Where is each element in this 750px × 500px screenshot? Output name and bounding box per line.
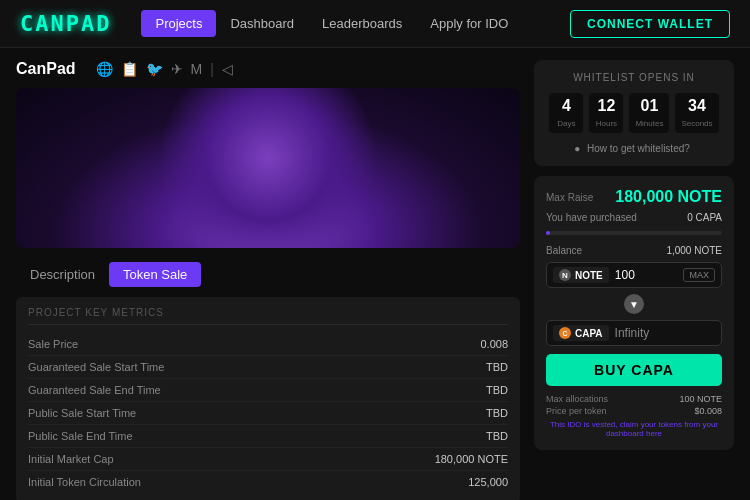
banner-glow [158, 88, 378, 248]
twitter-icon[interactable]: 🐦 [146, 61, 163, 77]
arrow-center: ▼ [546, 294, 722, 314]
arrow-down-icon: ▼ [624, 294, 644, 314]
metric-label: Initial Market Cap [28, 453, 114, 465]
tab-description[interactable]: Description [16, 262, 109, 287]
nav: Projects Dashboard Leaderboards Apply fo… [141, 10, 570, 37]
metric-value: TBD [486, 430, 508, 442]
table-row: Public Sale Start Time TBD [28, 402, 508, 425]
capa-token-badge: C CAPA [553, 325, 609, 341]
telegram-icon[interactable]: ✈ [171, 61, 183, 77]
max-button[interactable]: MAX [683, 268, 715, 282]
tab-token-sale[interactable]: Token Sale [109, 262, 201, 287]
medium-icon[interactable]: M [191, 61, 203, 77]
metric-label: Guaranteed Sale Start Time [28, 361, 164, 373]
social-icons: 🌐 📋 🐦 ✈ M | ◁ [96, 61, 233, 77]
countdown: 4 Days 12 Hours 01 Minutes 34 Seconds [546, 93, 722, 133]
progress-bar [546, 231, 722, 235]
max-allocations-label: Max allocations [546, 394, 608, 404]
metric-value: TBD [486, 407, 508, 419]
countdown-seconds: 34 Seconds [675, 93, 718, 133]
table-row: Sale Price 0.008 [28, 333, 508, 356]
claim-note: This IDO is vested, claim your tokens fr… [546, 420, 722, 438]
metric-label: Public Sale Start Time [28, 407, 136, 419]
capa-output-row: C CAPA Infinity [546, 320, 722, 346]
metric-label: Sale Price [28, 338, 78, 350]
capa-icon: C [559, 327, 571, 339]
note-icon: N [559, 269, 571, 281]
share-icon[interactable]: ◁ [222, 61, 233, 77]
right-panel: WHITELIST OPENS IN 4 Days 12 Hours 01 Mi… [534, 60, 734, 500]
left-panel: CanPad 🌐 📋 🐦 ✈ M | ◁ Description Token S… [16, 60, 520, 500]
balance-value: 1,000 NOTE [666, 245, 722, 256]
countdown-minutes: 01 Minutes [629, 93, 669, 133]
metric-value: 180,000 NOTE [435, 453, 508, 465]
max-raise-label: Max Raise [546, 192, 593, 203]
tabs: Description Token Sale [16, 262, 520, 287]
countdown-hours-num: 12 [595, 97, 617, 115]
whitelist-label: WHITELIST OPENS IN [546, 72, 722, 83]
table-row: Public Sale End Time TBD [28, 425, 508, 448]
capa-token-label: CAPA [575, 328, 603, 339]
price-per-token-value: $0.008 [694, 406, 722, 416]
table-row: Initial Market Cap 180,000 NOTE [28, 448, 508, 471]
metric-label: Initial Token Circulation [28, 476, 141, 488]
raise-box: Max Raise 180,000 NOTE You have purchase… [534, 176, 734, 450]
nav-leaderboards[interactable]: Leaderboards [308, 10, 416, 37]
purchased-label: You have purchased [546, 212, 637, 223]
price-per-token-label: Price per token [546, 406, 607, 416]
whitelist-how-to-link[interactable]: ● How to get whitelisted? [546, 143, 722, 154]
main-content: CanPad 🌐 📋 🐦 ✈ M | ◁ Description Token S… [0, 48, 750, 500]
project-title: CanPad [16, 60, 76, 78]
metric-value: 0.008 [480, 338, 508, 350]
question-icon: ● [574, 143, 580, 154]
metric-label: Public Sale End Time [28, 430, 133, 442]
project-title-row: CanPad 🌐 📋 🐦 ✈ M | ◁ [16, 60, 520, 78]
table-row: Guaranteed Sale End Time TBD [28, 379, 508, 402]
metrics-box: PROJECT KEY METRICS Sale Price 0.008 Gua… [16, 297, 520, 500]
countdown-days: 4 Days [549, 93, 583, 133]
purchased-value: 0 CAPA [687, 212, 722, 223]
metrics-header: PROJECT KEY METRICS [28, 307, 508, 325]
globe-icon[interactable]: 🌐 [96, 61, 113, 77]
buy-capa-button[interactable]: BUY CAPA [546, 354, 722, 386]
nav-apply-ido[interactable]: Apply for IDO [416, 10, 522, 37]
project-banner [16, 88, 520, 248]
balance-row: Balance 1,000 NOTE [546, 245, 722, 256]
note-token-label: NOTE [575, 270, 603, 281]
progress-fill [546, 231, 550, 235]
countdown-seconds-num: 34 [681, 97, 712, 115]
countdown-seconds-label: Seconds [681, 119, 712, 128]
price-per-token-row: Price per token $0.008 [546, 406, 722, 416]
max-allocations-value: 100 NOTE [679, 394, 722, 404]
note-token-badge: N NOTE [553, 267, 609, 283]
capa-amount-value: Infinity [615, 326, 650, 340]
countdown-minutes-num: 01 [635, 97, 663, 115]
metric-value: TBD [486, 361, 508, 373]
header: CANPAD Projects Dashboard Leaderboards A… [0, 0, 750, 48]
countdown-days-num: 4 [555, 97, 577, 115]
balance-label: Balance [546, 245, 582, 256]
max-raise-row: Max Raise 180,000 NOTE [546, 188, 722, 206]
nav-dashboard[interactable]: Dashboard [216, 10, 308, 37]
table-row: Guaranteed Sale Start Time TBD [28, 356, 508, 379]
logo: CANPAD [20, 11, 111, 36]
nav-projects[interactable]: Projects [141, 10, 216, 37]
countdown-hours-label: Hours [596, 119, 617, 128]
metric-value: 125,000 [468, 476, 508, 488]
max-allocations-row: Max allocations 100 NOTE [546, 394, 722, 404]
claim-here-link[interactable]: here [646, 429, 662, 438]
connect-wallet-button[interactable]: CONNECT WALLET [570, 10, 730, 38]
copy-icon[interactable]: 📋 [121, 61, 138, 77]
countdown-minutes-label: Minutes [635, 119, 663, 128]
note-input-row[interactable]: N NOTE MAX [546, 262, 722, 288]
max-raise-value: 180,000 NOTE [615, 188, 722, 206]
table-row: Initial Token Circulation 125,000 [28, 471, 508, 493]
purchased-row: You have purchased 0 CAPA [546, 212, 722, 223]
whitelist-box: WHITELIST OPENS IN 4 Days 12 Hours 01 Mi… [534, 60, 734, 166]
metric-value: TBD [486, 384, 508, 396]
countdown-days-label: Days [557, 119, 575, 128]
countdown-hours: 12 Hours [589, 93, 623, 133]
note-amount-input[interactable] [615, 268, 678, 282]
divider: | [210, 61, 214, 77]
metric-label: Guaranteed Sale End Time [28, 384, 161, 396]
